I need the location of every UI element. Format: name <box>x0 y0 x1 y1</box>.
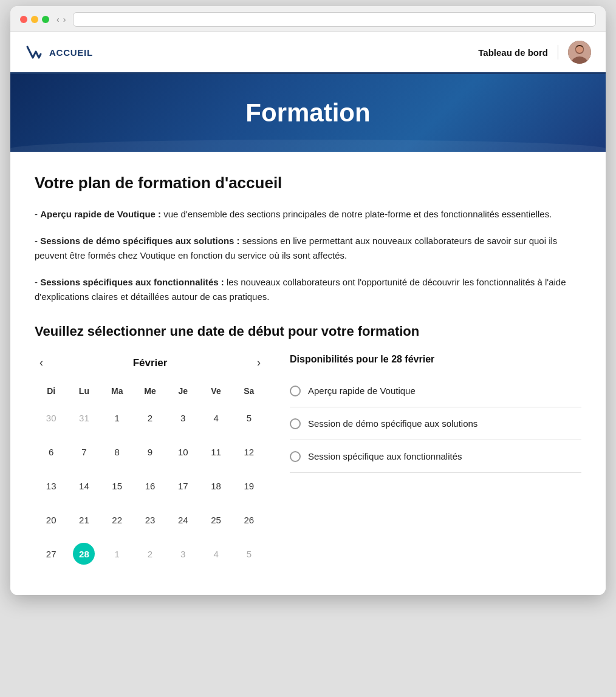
table-row[interactable]: 30 <box>35 401 67 435</box>
table-row[interactable]: 25 <box>199 503 232 537</box>
availability-label-2: Session de démo spécifique aux solutions <box>308 417 477 430</box>
hero-banner: Formation <box>10 74 606 152</box>
table-row[interactable]: 31 <box>67 401 100 435</box>
table-row[interactable]: 5 <box>233 537 265 571</box>
brand-logo-icon <box>25 43 43 61</box>
plan-item-3: - Sessions spécifiques aux fonctionnalit… <box>35 275 581 304</box>
calendar-grid: Di Lu Ma Me Je Ve Sa 30 31 <box>35 381 265 571</box>
browser-chrome: ‹ › <box>10 6 606 32</box>
address-bar[interactable] <box>73 12 596 27</box>
table-row[interactable]: 5 <box>233 401 265 435</box>
plan-item-2-bold: Sessions de démo spécifiques aux solutio… <box>40 236 239 246</box>
browser-dots <box>20 16 49 23</box>
day-header-sa: Sa <box>233 381 265 401</box>
calendar-week-4: 20 21 22 23 24 25 26 <box>35 503 265 537</box>
avatar[interactable] <box>568 41 591 64</box>
radio-button-3[interactable] <box>290 451 301 462</box>
table-row[interactable]: 3 <box>166 401 199 435</box>
table-row[interactable]: 24 <box>166 503 199 537</box>
plan-item-2-prefix: - <box>35 236 40 246</box>
calendar-header: ‹ Février › <box>35 354 265 372</box>
availability-panel: Disponibilités pour le 28 février Aperçu… <box>290 354 581 473</box>
table-row[interactable]: 9 <box>134 435 166 469</box>
table-row[interactable]: 2 <box>134 537 166 571</box>
table-row[interactable]: 4 <box>199 401 232 435</box>
calendar-avail-row: ‹ Février › Di Lu Ma Me Je Ve Sa <box>35 354 581 571</box>
table-row[interactable]: 10 <box>166 435 199 469</box>
day-header-je: Je <box>166 381 199 401</box>
browser-window: ‹ › ACCUEIL Tableau de bord <box>10 6 606 595</box>
page-title: Formation <box>245 98 370 127</box>
table-row[interactable]: 17 <box>166 469 199 503</box>
table-row[interactable]: 16 <box>134 469 166 503</box>
date-section-title: Veuillez sélectionner une date de début … <box>35 324 581 339</box>
availability-option-1[interactable]: Aperçu rapide de Voutique <box>290 375 581 407</box>
nav-accueil-label[interactable]: ACCUEIL <box>49 47 93 58</box>
table-row[interactable]: 21 <box>67 503 100 537</box>
table-row[interactable]: 18 <box>199 469 232 503</box>
nav-right: Tableau de bord <box>478 41 591 64</box>
table-row[interactable]: 3 <box>166 537 199 571</box>
nav-tableau-label[interactable]: Tableau de bord <box>478 47 548 58</box>
table-row[interactable]: 2 <box>134 401 166 435</box>
radio-button-1[interactable] <box>290 386 301 396</box>
table-row[interactable]: 8 <box>101 435 134 469</box>
day-header-di: Di <box>35 381 67 401</box>
day-header-lu: Lu <box>67 381 100 401</box>
nav-forward-icon[interactable]: › <box>63 15 66 24</box>
calendar-week-1: 30 31 1 2 3 4 5 <box>35 401 265 435</box>
plan-item-3-prefix: - <box>35 277 40 287</box>
availability-label-3: Session spécifique aux fonctionnalités <box>308 450 462 463</box>
availability-option-3[interactable]: Session spécifique aux fonctionnalités <box>290 440 581 473</box>
day-header-ma: Ma <box>101 381 134 401</box>
availability-title: Disponibilités pour le 28 février <box>290 354 581 365</box>
browser-nav: ‹ › <box>56 15 66 24</box>
dot-red[interactable] <box>20 16 27 23</box>
table-row[interactable]: 6 <box>35 435 67 469</box>
table-row[interactable]: 7 <box>67 435 100 469</box>
table-row[interactable]: 20 <box>35 503 67 537</box>
nav-left: ACCUEIL <box>25 43 93 61</box>
availability-option-2[interactable]: Session de démo spécifique aux solutions <box>290 407 581 440</box>
plan-item-1-prefix: - <box>35 209 40 219</box>
main-content: Votre plan de formation d'accueil - Aper… <box>10 152 606 595</box>
plan-item-1: - Aperçu rapide de Voutique : vue d'ense… <box>35 207 581 222</box>
calendar-week-3: 13 14 15 16 17 18 19 <box>35 469 265 503</box>
plan-section-title: Votre plan de formation d'accueil <box>35 174 581 192</box>
calendar-container: ‹ Février › Di Lu Ma Me Je Ve Sa <box>35 354 265 571</box>
calendar-week-5: 27 28 1 2 3 4 5 <box>35 537 265 571</box>
table-row[interactable]: 27 <box>35 537 67 571</box>
plan-item-3-bold: Sessions spécifiques aux fonctionnalités… <box>40 277 224 287</box>
plan-item-1-text: vue d'ensemble des sections principales … <box>161 209 552 219</box>
table-row[interactable]: 4 <box>199 537 232 571</box>
table-row[interactable]: 19 <box>233 469 265 503</box>
calendar-month-label: Février <box>133 357 168 369</box>
table-row[interactable]: 14 <box>67 469 100 503</box>
calendar-day-headers: Di Lu Ma Me Je Ve Sa <box>35 381 265 401</box>
table-row[interactable]: 15 <box>101 469 134 503</box>
table-row[interactable]: 11 <box>199 435 232 469</box>
calendar-selected-day[interactable]: 28 <box>67 537 100 571</box>
table-row[interactable]: 1 <box>101 537 134 571</box>
nav-back-icon[interactable]: ‹ <box>56 15 60 24</box>
nav-divider <box>558 45 558 59</box>
dot-green[interactable] <box>42 16 49 23</box>
calendar-week-2: 6 7 8 9 10 11 12 <box>35 435 265 469</box>
plan-item-2: - Sessions de démo spécifiques aux solut… <box>35 234 581 263</box>
top-nav: ACCUEIL Tableau de bord <box>10 32 606 74</box>
table-row[interactable]: 1 <box>101 401 134 435</box>
availability-label-1: Aperçu rapide de Voutique <box>308 384 416 397</box>
calendar-next-button[interactable]: › <box>252 354 265 372</box>
table-row[interactable]: 23 <box>134 503 166 537</box>
day-header-ve: Ve <box>199 381 232 401</box>
day-header-me: Me <box>134 381 166 401</box>
radio-button-2[interactable] <box>290 418 301 429</box>
table-row[interactable]: 22 <box>101 503 134 537</box>
table-row[interactable]: 13 <box>35 469 67 503</box>
table-row[interactable]: 12 <box>233 435 265 469</box>
plan-item-1-bold: Aperçu rapide de Voutique : <box>40 209 161 219</box>
dot-yellow[interactable] <box>31 16 38 23</box>
table-row[interactable]: 26 <box>233 503 265 537</box>
calendar-prev-button[interactable]: ‹ <box>35 354 48 372</box>
plan-items: - Aperçu rapide de Voutique : vue d'ense… <box>35 207 581 304</box>
